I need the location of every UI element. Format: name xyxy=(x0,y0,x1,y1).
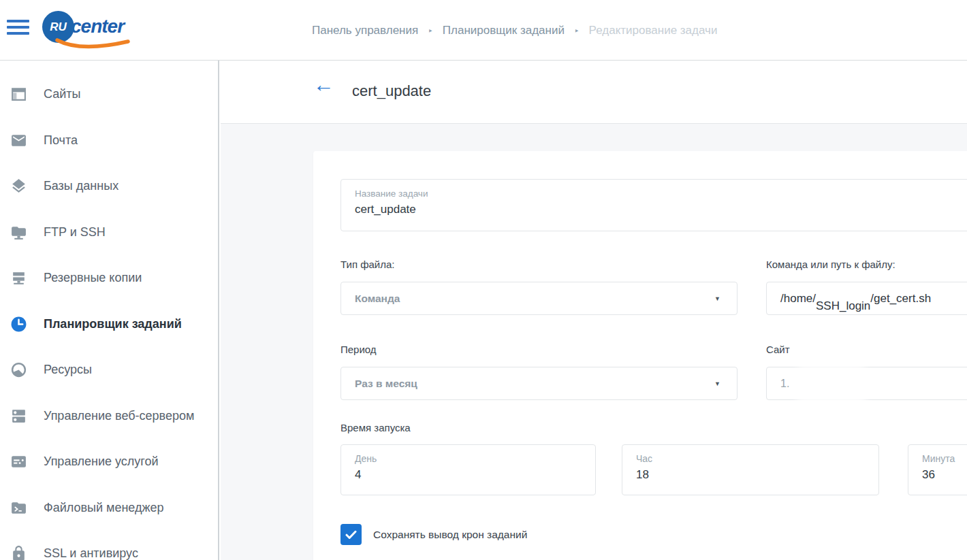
sidebar-item-label: SSL и антивирус xyxy=(44,546,138,560)
task-name-label: Название задачи xyxy=(355,188,967,199)
webserver-icon xyxy=(10,407,27,425)
sidebar-item-resources[interactable]: Ресурсы xyxy=(0,347,218,393)
sidebar-item-ftp-ssh[interactable]: FTP и SSH xyxy=(0,210,218,256)
ru-center-logo[interactable]: center RU xyxy=(42,8,127,54)
backups-icon xyxy=(10,269,27,287)
sidebar-nav: Сайты Почта Базы данных FTP и SSH Резерв… xyxy=(0,61,219,560)
databases-icon xyxy=(10,178,27,195)
save-cron-output-label: Сохранять вывод крон заданий xyxy=(373,529,527,541)
page-header: ← cert_update xyxy=(221,61,967,124)
ftp-ssh-icon xyxy=(10,223,27,241)
file-manager-icon xyxy=(10,499,27,516)
sidebar-item-label: Ресурсы xyxy=(44,363,92,377)
file-type-selected-value: Команда xyxy=(355,293,714,305)
breadcrumb-task-scheduler[interactable]: Планировщик заданий xyxy=(443,24,565,37)
period-label: Период xyxy=(340,344,377,355)
mail-icon xyxy=(10,131,27,149)
breadcrumb-edit-task: Редактирование задачи xyxy=(589,24,718,37)
checkmark-icon xyxy=(345,530,357,540)
task-name-input[interactable]: Название задачи cert_update xyxy=(340,179,967,231)
sidebar-item-file-manager[interactable]: Файловый менеджер xyxy=(0,485,218,531)
hour-value: 18 xyxy=(636,468,878,482)
chevron-down-icon: ▼ xyxy=(714,295,720,302)
file-type-label: Тип файла: xyxy=(340,259,395,270)
sidebar-item-databases[interactable]: Базы данных xyxy=(0,163,218,210)
scheduler-clock-icon xyxy=(10,315,27,333)
minute-value: 36 xyxy=(922,468,967,482)
sidebar-item-backups[interactable]: Резервные копии xyxy=(0,255,218,301)
site-input[interactable]: 1. xyxy=(766,367,967,400)
sidebar-item-label: Резервные копии xyxy=(44,271,142,285)
period-selected-value: Раз в месяц xyxy=(355,378,714,390)
period-select[interactable]: Раз в месяц ▼ xyxy=(340,367,738,400)
day-input[interactable]: День 4 xyxy=(340,444,596,495)
sidebar-item-service[interactable]: Управление услугой xyxy=(0,439,218,485)
hour-label: Час xyxy=(636,453,878,464)
breadcrumb-control-panel[interactable]: Панель управления xyxy=(312,24,418,37)
day-label: День xyxy=(355,453,595,464)
command-path-input[interactable]: /home/SSH_login/get_cert.sh xyxy=(766,282,967,315)
sidebar-item-webserver[interactable]: Управление веб-сервером xyxy=(0,393,218,440)
breadcrumb: Панель управления ‣ Планировщик заданий … xyxy=(312,24,717,37)
day-value: 4 xyxy=(355,468,595,482)
sidebar-item-label: Управление веб-сервером xyxy=(44,409,194,423)
task-edit-card: Название задачи cert_update Тип файла: К… xyxy=(313,151,967,560)
task-name-value: cert_update xyxy=(355,203,967,216)
top-header: center RU Панель управления ‣ Планировщи… xyxy=(0,0,967,61)
start-time-label: Время запуска xyxy=(340,422,411,433)
breadcrumb-separator-icon: ‣ xyxy=(574,27,580,35)
page-title: cert_update xyxy=(352,82,431,100)
service-icon xyxy=(10,453,27,471)
command-path-prefix: /home/ xyxy=(780,292,816,306)
sidebar-item-label: Почта xyxy=(44,133,78,148)
sidebar-item-label: Планировщик заданий xyxy=(44,317,182,331)
logo-brand-text: center xyxy=(71,16,124,37)
sidebar-item-label: Управление услугой xyxy=(44,455,159,469)
command-path-label: Команда или путь к файлу: xyxy=(766,259,895,270)
ssl-lock-icon xyxy=(10,545,27,560)
resources-icon xyxy=(10,361,27,379)
sidebar-item-label: Файловый менеджер xyxy=(44,501,164,515)
sidebar-item-label: Сайты xyxy=(44,87,80,101)
command-path-suffix: /get_cert.sh xyxy=(870,292,931,306)
sidebar-item-mail[interactable]: Почта xyxy=(0,118,218,164)
back-arrow-icon[interactable]: ← xyxy=(313,73,334,97)
sites-icon xyxy=(10,86,27,103)
save-cron-output-checkbox[interactable] xyxy=(340,524,362,545)
sidebar-item-sites[interactable]: Сайты xyxy=(0,71,218,118)
logo-swoosh xyxy=(54,37,131,52)
sidebar-item-label: Базы данных xyxy=(44,179,118,193)
site-redaction-blur xyxy=(797,371,866,397)
command-path-login: SSH_login xyxy=(816,299,870,313)
site-value: 1. xyxy=(780,378,789,390)
hour-input[interactable]: Час 18 xyxy=(622,444,879,495)
file-type-select[interactable]: Команда ▼ xyxy=(340,282,738,315)
breadcrumb-separator-icon: ‣ xyxy=(428,27,433,35)
chevron-down-icon: ▼ xyxy=(714,380,720,387)
sidebar-item-label: FTP и SSH xyxy=(44,225,106,240)
minute-input[interactable]: Минута 36 xyxy=(908,444,967,495)
sidebar-item-task-scheduler[interactable]: Планировщик заданий xyxy=(0,301,218,348)
minute-label: Минута xyxy=(922,453,967,464)
site-label: Сайт xyxy=(766,344,790,355)
sidebar-item-ssl-antivirus[interactable]: SSL и антивирус xyxy=(0,531,218,560)
menu-hamburger-icon[interactable] xyxy=(7,20,29,36)
